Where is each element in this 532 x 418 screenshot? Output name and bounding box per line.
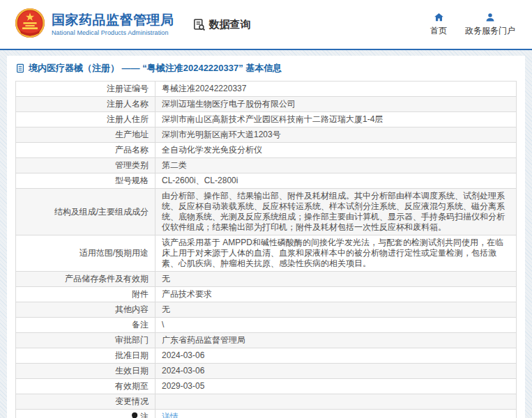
table-row: 注册证编号粤械注准20242220337 (16, 82, 517, 97)
row-label: 有效期至 (16, 379, 155, 394)
table-row: 附件产品技术要求 (16, 287, 517, 302)
row-label: 注册证编号 (16, 82, 155, 97)
row-label: 产品名称 (16, 143, 155, 158)
row-value: 广东省药品监督管理局 (155, 333, 517, 348)
user-icon (485, 12, 496, 23)
detail-link[interactable]: 详情 (162, 412, 178, 418)
table-row: 适用范围/预期用途该产品采用基于 AMPPD和碱性磷酸酶的间接化学发光法，与配套… (16, 235, 517, 272)
agency-name: 国家药品监督管理局 National Medical Products Admi… (52, 13, 174, 36)
agency-name-en: National Medical Products Administration (52, 29, 174, 36)
page-title: 境内医疗器械（注册） —— “粤械注准20242220337” 基本信息 (29, 62, 282, 75)
row-label: 生产地址 (16, 127, 155, 143)
site-header: 国家药品监督管理局 National Medical Products Admi… (0, 0, 532, 50)
national-emblem-icon (14, 7, 46, 42)
row-value: 产品技术要求 (155, 287, 517, 302)
agency-logo-link[interactable]: 国家药品监督管理局 National Medical Products Admi… (14, 7, 174, 42)
document-icon (15, 63, 25, 73)
table-row: 批准日期2024-03-06 (16, 348, 517, 364)
row-label: 结构及组成/主要组成成分 (16, 189, 155, 235)
row-value: 2029-03-05 (155, 379, 517, 394)
table-row: 产品名称全自动化学发光免疫分析仪 (16, 143, 517, 158)
table-row: 变更情况 (16, 394, 517, 410)
nav-item-label: 政务服务门户 (465, 25, 515, 37)
document-search-icon (192, 18, 206, 31)
row-label: 注册人名称 (16, 97, 155, 112)
row-label: 其他内容 (16, 302, 155, 318)
page: 国家药品监督管理局 National Medical Products Admi… (0, 0, 532, 418)
row-label: 附件 (16, 287, 155, 302)
row-value: \ (155, 318, 517, 333)
nav-item-home[interactable]: 首页 (430, 12, 447, 37)
row-value: CL-2600i、CL-2800i (155, 173, 517, 189)
row-label: 适用范围/预期用途 (16, 235, 155, 272)
row-label: 批准日期 (16, 348, 155, 364)
table-row: 注册人名称深圳迈瑞生物医疗电子股份有限公司 (16, 97, 517, 112)
row-value: 全自动化学发光免疫分析仪 (155, 143, 517, 158)
agency-name-zh: 国家药品监督管理局 (52, 13, 174, 28)
table-row: 有效期至2029-03-05 (16, 379, 517, 394)
row-label: 生效日期 (16, 364, 155, 379)
table-row: 生效日期2024-03-06 (16, 364, 517, 379)
breadcrumb: 境内医疗器械（注册） —— “粤械注准20242220337” 基本信息 (7, 56, 525, 80)
row-value: 深圳迈瑞生物医疗电子股份有限公司 (155, 97, 517, 112)
row-label: 注册人住所 (16, 112, 155, 127)
data-query-label: 数据查询 (209, 18, 251, 31)
table-row: 生产地址深圳市光明新区南环大道1203号 (16, 127, 517, 143)
table-row: 管理类别第二类 (16, 158, 517, 173)
row-value: 由分析部、操作部、结果输出部、附件及耗材组成。其中分析部由样本调度系统、试剂处理… (155, 189, 517, 235)
content-box: 境内医疗器械（注册） —— “粤械注准20242220337” 基本信息 注册证… (7, 56, 525, 418)
nav-item-portal[interactable]: 政务服务门户 (465, 12, 515, 37)
row-value (155, 394, 517, 410)
home-icon (433, 12, 445, 23)
row-label: 管理类别 (16, 158, 155, 173)
row-value: 该产品采用基于 AMPPD和碱性磷酸酶的间接化学发光法，与配套的检测试剂共同使用… (155, 235, 517, 272)
table-row: 其他内容无 (16, 302, 517, 318)
row-value: 粤械注准20242220337 (155, 82, 517, 97)
row-value: 详情 (155, 410, 517, 418)
row-value: 第二类 (155, 158, 517, 173)
row-label: 注 (16, 410, 155, 418)
table-row: 型号规格CL-2600i、CL-2800i (16, 173, 517, 189)
table-row: 注册人住所深圳市南山区高新技术产业园区科技南十二路迈瑞大厦1-4层 (16, 112, 517, 127)
table-row: 结构及组成/主要组成成分由分析部、操作部、结果输出部、附件及耗材组成。其中分析部… (16, 189, 517, 235)
row-label: 产品储存条件及有效期 (16, 272, 155, 287)
table-row: 产品储存条件及有效期无 (16, 272, 517, 287)
header-nav: 首页 政务服务门户 (430, 12, 518, 37)
nav-item-label: 首页 (430, 25, 447, 37)
note-icon (130, 412, 139, 418)
row-value: 无 (155, 302, 517, 318)
row-label: 备注 (16, 318, 155, 333)
info-table-body: 注册证编号粤械注准20242220337注册人名称深圳迈瑞生物医疗电子股份有限公… (16, 82, 517, 418)
data-query-button[interactable]: 数据查询 (192, 18, 251, 31)
row-value: 2024-03-06 (155, 364, 517, 379)
table-row: 注详情 (16, 410, 517, 418)
registration-info-table: 注册证编号粤械注准20242220337注册人名称深圳迈瑞生物医疗电子股份有限公… (15, 81, 517, 418)
row-label: 型号规格 (16, 173, 155, 189)
row-value: 深圳市南山区高新技术产业园区科技南十二路迈瑞大厦1-4层 (155, 112, 517, 127)
row-value: 深圳市光明新区南环大道1203号 (155, 127, 517, 143)
table-row: 审批部门广东省药品监督管理局 (16, 333, 517, 348)
row-label: 变更情况 (16, 394, 155, 410)
table-row: 备注\ (16, 318, 517, 333)
row-value: 2024-03-06 (155, 348, 517, 364)
row-label: 审批部门 (16, 333, 155, 348)
row-value: 无 (155, 272, 517, 287)
